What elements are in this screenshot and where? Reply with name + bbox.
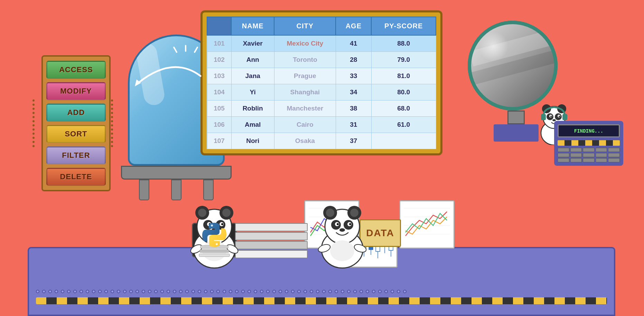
machine-dot bbox=[55, 290, 58, 293]
machine-dot bbox=[98, 290, 102, 293]
table-cell-name: Amal bbox=[231, 117, 274, 133]
table-cell-name: Ann bbox=[231, 52, 274, 68]
key bbox=[558, 148, 569, 152]
table-cell-age: 33 bbox=[336, 68, 371, 84]
svg-point-7 bbox=[198, 209, 206, 217]
table-cell-score bbox=[371, 133, 436, 149]
machine-dot bbox=[291, 290, 295, 293]
table-row: 103 Jana Prague 33 81.0 bbox=[207, 68, 436, 84]
sort-button[interactable]: SORT bbox=[46, 125, 106, 143]
machine-dot bbox=[179, 290, 183, 293]
table-cell-age: 38 bbox=[336, 100, 371, 117]
svg-point-26 bbox=[326, 209, 334, 217]
rack-dot bbox=[111, 145, 113, 147]
machine-dot bbox=[316, 290, 319, 293]
machine-dot bbox=[297, 290, 301, 293]
table-cell-city: Prague bbox=[274, 68, 336, 84]
filter-button[interactable]: FILTER bbox=[46, 146, 106, 164]
rack-dot bbox=[32, 120, 35, 122]
table-cell-name: Roblin bbox=[231, 100, 274, 117]
machine-dot bbox=[335, 290, 338, 293]
table-cell-score: 68.0 bbox=[371, 100, 436, 117]
table-header-age: AGE bbox=[336, 17, 371, 35]
svg-point-1 bbox=[211, 224, 213, 227]
machine-dot bbox=[154, 290, 158, 293]
key bbox=[608, 158, 620, 162]
key bbox=[596, 148, 607, 152]
table-cell-city: Cairo bbox=[274, 117, 336, 133]
machine-dot bbox=[198, 290, 201, 293]
table-cell-score: 81.0 bbox=[371, 68, 436, 84]
table-cell-name: Xavier bbox=[231, 35, 274, 52]
table-cell-city: Shanghai bbox=[274, 84, 336, 100]
tube-leg bbox=[139, 180, 149, 200]
table-cell-age: 41 bbox=[336, 35, 371, 52]
add-button[interactable]: ADD bbox=[46, 104, 106, 122]
table-cell-city: Mexico City bbox=[274, 35, 336, 52]
machine-dot bbox=[285, 290, 288, 293]
delete-button[interactable]: DELETE bbox=[46, 168, 106, 186]
key bbox=[570, 148, 582, 152]
machine-dot bbox=[304, 290, 307, 293]
rack-dot bbox=[32, 141, 35, 143]
machine-dot bbox=[391, 290, 394, 293]
rack-dot bbox=[32, 137, 35, 139]
svg-rect-72 bbox=[541, 114, 546, 120]
svg-rect-73 bbox=[562, 114, 567, 120]
globe-base bbox=[494, 124, 539, 142]
rack-dot bbox=[32, 145, 35, 147]
machine-dot bbox=[347, 290, 351, 293]
rack-dot bbox=[111, 124, 113, 126]
modify-button[interactable]: MODIFY bbox=[46, 82, 106, 100]
machine-dot bbox=[328, 290, 332, 293]
machine-dot bbox=[279, 290, 282, 293]
table-cell-age: 31 bbox=[336, 117, 371, 133]
access-button[interactable]: ACCESS bbox=[46, 61, 106, 79]
machine-dot bbox=[366, 290, 369, 293]
machine-stripe bbox=[36, 297, 607, 304]
svg-point-37 bbox=[330, 240, 354, 261]
tube-shine bbox=[135, 42, 166, 107]
machine-dots-row bbox=[36, 289, 607, 294]
key bbox=[558, 153, 569, 157]
machine-dot bbox=[148, 290, 151, 293]
machine-dot bbox=[173, 290, 176, 293]
key bbox=[570, 158, 582, 162]
key bbox=[608, 148, 620, 152]
machine-dot bbox=[266, 290, 270, 293]
table-row: 101 Xavier Mexico City 41 88.0 bbox=[207, 35, 436, 52]
machine-dot bbox=[378, 290, 382, 293]
machine-dot bbox=[80, 290, 83, 293]
table-cell-score: 88.0 bbox=[371, 35, 436, 52]
machine-dot bbox=[136, 290, 139, 293]
machine-dot bbox=[248, 290, 251, 293]
rack-dot bbox=[32, 124, 35, 126]
rack-dots-left bbox=[32, 57, 41, 190]
table-row: 102 Ann Toronto 28 79.0 bbox=[207, 52, 436, 68]
table-cell-id: 104 bbox=[207, 84, 231, 100]
machine-dot bbox=[111, 290, 114, 293]
machine-dot bbox=[241, 290, 245, 293]
rack-dot bbox=[32, 128, 35, 131]
rack-dot bbox=[111, 137, 113, 139]
rack-dot bbox=[111, 99, 113, 102]
table-cell-city: Manchester bbox=[274, 100, 336, 117]
rack-dot bbox=[32, 104, 35, 106]
machine-dot bbox=[67, 290, 71, 293]
svg-point-32 bbox=[337, 223, 339, 225]
machine-dot bbox=[341, 290, 344, 293]
machine-dot bbox=[160, 290, 164, 293]
table-frame: NAME CITY AGE PY-SCORE 101 Xavier Mexico… bbox=[200, 10, 442, 155]
table-cell-name: Jana bbox=[231, 68, 274, 84]
machine-dot bbox=[42, 290, 46, 293]
machine-dot bbox=[210, 290, 214, 293]
machine-dot bbox=[142, 290, 145, 293]
table-cell-id: 103 bbox=[207, 68, 231, 84]
machine-dot bbox=[310, 290, 313, 293]
table-cell-name: Nori bbox=[231, 133, 274, 149]
data-table: NAME CITY AGE PY-SCORE 101 Xavier Mexico… bbox=[207, 17, 436, 149]
spark-2 bbox=[185, 45, 186, 52]
key bbox=[608, 153, 620, 157]
globe-neck bbox=[507, 111, 525, 124]
line-chart-right bbox=[399, 200, 455, 249]
